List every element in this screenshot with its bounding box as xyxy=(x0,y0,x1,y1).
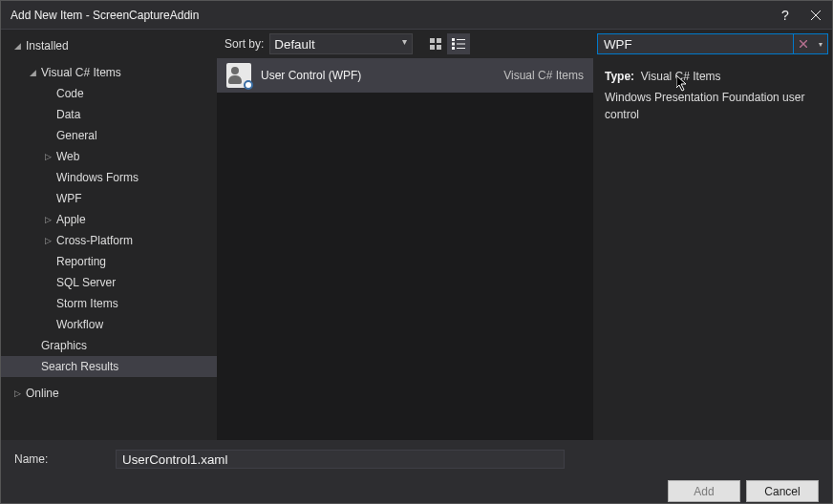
template-list[interactable]: User Control (WPF) Visual C# Items xyxy=(217,58,593,440)
detail-text: Type: Visual C# Items Windows Presentati… xyxy=(593,58,832,133)
svg-rect-5 xyxy=(437,45,441,50)
close-icon xyxy=(811,10,821,20)
svg-rect-4 xyxy=(430,45,435,50)
list-icon xyxy=(452,38,465,50)
svg-rect-7 xyxy=(457,39,465,40)
tree-online[interactable]: ▷Online xyxy=(1,383,217,404)
svg-rect-2 xyxy=(430,38,435,43)
x-icon xyxy=(800,40,807,48)
detail-panel: ▾ Type: Visual C# Items Windows Presenta… xyxy=(593,30,832,440)
tree-sql-server[interactable]: SQL Server xyxy=(1,272,217,293)
add-button[interactable]: Add xyxy=(668,480,740,502)
title-bar: Add New Item - ScreenCaptureAddin ? xyxy=(1,1,832,30)
user-control-icon xyxy=(226,63,251,88)
search-options-button[interactable]: ▾ xyxy=(813,33,828,54)
chevron-down-icon: ◢ xyxy=(30,64,39,81)
svg-rect-3 xyxy=(437,38,441,43)
chevron-right-icon: ▷ xyxy=(45,148,54,165)
tree-graphics[interactable]: Graphics xyxy=(1,335,217,356)
tree-reporting[interactable]: Reporting xyxy=(1,251,217,272)
tree-windows-forms[interactable]: Windows Forms xyxy=(1,167,217,188)
tree-web[interactable]: ▷Web xyxy=(1,146,217,167)
search-clear-button[interactable] xyxy=(794,33,813,54)
name-label: Name: xyxy=(14,452,108,466)
svg-rect-11 xyxy=(457,48,465,49)
tree-workflow[interactable]: Workflow xyxy=(1,314,217,335)
tree-general[interactable]: General xyxy=(1,125,217,146)
chevron-right-icon: ▷ xyxy=(45,211,54,228)
search-row: ▾ xyxy=(593,30,832,58)
window-title: Add New Item - ScreenCaptureAddin xyxy=(11,9,771,22)
content-area: ◢Installed ◢Visual C# Items Code Data Ge… xyxy=(1,30,832,440)
svg-rect-9 xyxy=(457,44,465,45)
template-list-panel: Sort by: Default xyxy=(217,30,593,440)
sort-toolbar: Sort by: Default xyxy=(217,30,593,58)
view-toggle xyxy=(424,33,470,54)
tree-data[interactable]: Data xyxy=(1,104,217,125)
sort-dropdown[interactable]: Default xyxy=(269,33,413,54)
tree-apple[interactable]: ▷Apple xyxy=(1,209,217,230)
detail-description: Windows Presentation Foundation user con… xyxy=(605,89,821,123)
chevron-right-icon: ▷ xyxy=(14,385,24,402)
detail-type-label: Type: xyxy=(605,70,634,83)
svg-rect-10 xyxy=(452,47,455,50)
bottom-panel: Name: Add Cancel xyxy=(1,440,832,504)
view-grid-button[interactable] xyxy=(424,33,447,54)
name-input[interactable] xyxy=(116,450,565,469)
grid-icon xyxy=(430,38,441,50)
tree-installed[interactable]: ◢Installed xyxy=(1,35,217,56)
close-button[interactable] xyxy=(800,1,832,30)
svg-rect-8 xyxy=(452,43,455,46)
template-name: User Control (WPF) xyxy=(261,69,503,82)
detail-type-value: Visual C# Items xyxy=(641,70,721,83)
tree-code[interactable]: Code xyxy=(1,83,217,104)
template-item[interactable]: User Control (WPF) Visual C# Items xyxy=(217,58,593,93)
tree-cross-platform[interactable]: ▷Cross-Platform xyxy=(1,230,217,251)
cancel-button[interactable]: Cancel xyxy=(746,480,819,502)
category-tree[interactable]: ◢Installed ◢Visual C# Items Code Data Ge… xyxy=(1,30,217,440)
tree-csharp-items[interactable]: ◢Visual C# Items xyxy=(1,62,217,83)
chevron-right-icon: ▷ xyxy=(45,232,54,249)
svg-rect-6 xyxy=(452,38,455,41)
template-type: Visual C# Items xyxy=(503,69,584,82)
tree-search-results[interactable]: Search Results xyxy=(1,356,217,377)
search-input[interactable] xyxy=(597,33,794,54)
view-list-button[interactable] xyxy=(447,33,470,54)
sort-label: Sort by: xyxy=(224,37,264,51)
tree-storm-items[interactable]: Storm Items xyxy=(1,293,217,314)
chevron-down-icon: ◢ xyxy=(14,37,24,54)
tree-wpf[interactable]: WPF xyxy=(1,188,217,209)
help-button[interactable]: ? xyxy=(771,1,800,30)
